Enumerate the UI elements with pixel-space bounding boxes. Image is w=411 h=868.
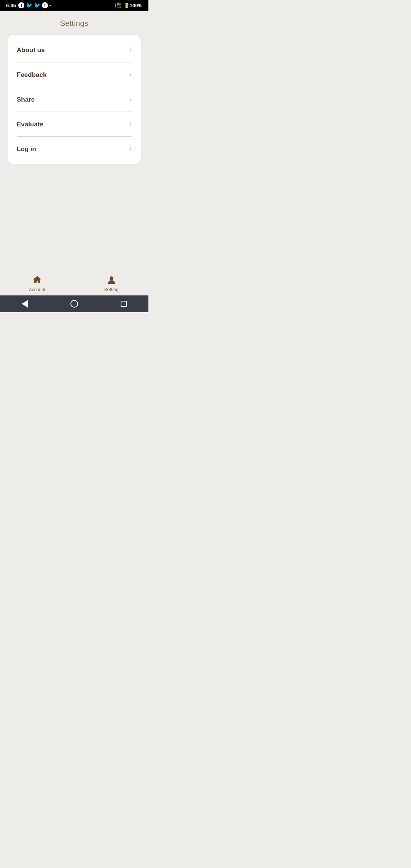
setting-nav-label: Setting [104, 287, 118, 292]
status-right: 📳 🔋100% [115, 2, 142, 8]
recents-icon [121, 301, 127, 307]
content-spacer [0, 164, 148, 271]
feedback-chevron-icon: › [129, 71, 132, 79]
facebook-icon-2: f [42, 2, 48, 8]
twitter-icon-1: 🐦 [26, 2, 32, 8]
twitter-icon-2: 🐦 [34, 2, 40, 8]
person-icon [106, 275, 117, 286]
feedback-label: Feedback [17, 71, 46, 79]
share-chevron-icon: › [129, 96, 132, 104]
feedback-item[interactable]: Feedback › [8, 62, 141, 87]
facebook-icon-1: f [18, 2, 24, 8]
login-chevron-icon: › [129, 145, 132, 153]
share-label: Share [17, 96, 35, 104]
share-item[interactable]: Share › [8, 87, 141, 112]
nav-setting[interactable]: Setting [74, 275, 148, 292]
evaluate-chevron-icon: › [129, 120, 132, 128]
login-item[interactable]: Log in › [8, 137, 141, 161]
back-icon [22, 300, 28, 308]
home-icon [32, 275, 43, 286]
time-display: 6:45 [6, 3, 16, 8]
status-icons: f 🐦 🐦 f • [18, 2, 51, 8]
about-us-item[interactable]: About us › [8, 38, 141, 62]
recents-button[interactable] [116, 296, 131, 311]
home-button[interactable] [67, 296, 82, 311]
svg-point-0 [110, 276, 113, 280]
home-nav-icon [70, 300, 78, 308]
about-us-chevron-icon: › [129, 46, 132, 54]
evaluate-item[interactable]: Evaluate › [8, 112, 141, 137]
login-label: Log in [17, 145, 36, 153]
battery-icon: 🔋100% [124, 3, 142, 8]
settings-card: About us › Feedback › Share › Evaluate ›… [8, 35, 141, 164]
bottom-nav: Account Setting [0, 271, 148, 295]
page-title: Settings [6, 19, 142, 28]
dot-indicator: • [49, 3, 51, 8]
page-title-container: Settings [0, 11, 148, 35]
vibrate-icon: 📳 [115, 2, 121, 8]
account-nav-label: Account [29, 287, 45, 292]
evaluate-label: Evaluate [17, 121, 43, 128]
android-nav-bar [0, 295, 148, 312]
about-us-label: About us [17, 46, 45, 54]
nav-account[interactable]: Account [0, 275, 74, 292]
back-button[interactable] [17, 296, 32, 311]
status-bar: 6:45 f 🐦 🐦 f • 📳 🔋100% [0, 0, 148, 11]
status-left: 6:45 f 🐦 🐦 f • [6, 2, 51, 8]
